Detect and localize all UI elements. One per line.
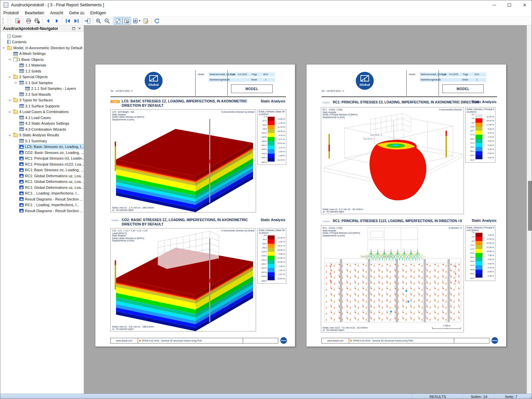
- toolbar-grip[interactable]: [2, 18, 4, 24]
- first-page-button[interactable]: [64, 17, 72, 25]
- tree-item[interactable]: 5 Static Analysis Results: [0, 132, 84, 138]
- tree-item[interactable]: Cover: [0, 33, 84, 39]
- legend-color-swatch: [475, 135, 482, 139]
- tree-item[interactable]: 1.1 Materials: [0, 63, 84, 68]
- dlubal-mini-logo: Dlubal: [491, 337, 498, 344]
- legend-color-swatch: [475, 127, 482, 131]
- tree-item[interactable]: 4.1 Load Cases: [0, 115, 84, 121]
- tree-item[interactable]: CO2: Basic Stresses σz, Loading, ...: [0, 150, 84, 156]
- graphic-item-icon: [19, 209, 24, 212]
- print-preview-button[interactable]: [5, 17, 13, 25]
- zoom-out-button[interactable]: [103, 17, 111, 25]
- tree-item[interactable]: 3.1 Surface Supports: [0, 103, 84, 109]
- graphic-info-text: LC5 - Self Weight - Soil Static Analysis…: [112, 111, 144, 121]
- legend-color-swatch: [475, 245, 482, 249]
- menu-einfuegen[interactable]: Einfügen: [87, 10, 109, 16]
- select-mode-button[interactable]: [122, 17, 131, 25]
- tree-item[interactable]: 3 Types for Surfaces: [0, 97, 84, 103]
- tree-item[interactable]: LC5: Basic Stresses σz, Loading, I...: [0, 144, 84, 150]
- previous-page-button[interactable]: [44, 17, 53, 25]
- tree-item-label: Model, In Axonometric Direction by Defau…: [13, 46, 82, 50]
- legend-color-swatch: [475, 118, 482, 122]
- tree-expand-chevron[interactable]: [8, 74, 13, 79]
- header-rule: [110, 96, 286, 97]
- tree-item[interactable]: Model, In Axonometric Direction by Defau…: [0, 45, 84, 51]
- window-title: Ausdruckprotokoll - [ 3 - Final Report S…: [11, 3, 104, 7]
- legend-color-swatch: [475, 249, 482, 253]
- delete-report-button[interactable]: [13, 17, 22, 25]
- tree-chevron-spacer: [14, 191, 19, 196]
- tree-item[interactable]: RC1: Global Deformations uz, Loa...: [0, 185, 84, 191]
- sheet-label: Sheet: [462, 78, 468, 81]
- tree-expand-chevron[interactable]: [8, 109, 13, 114]
- tree-item[interactable]: Result Diagrams - Result Section ...: [0, 208, 84, 214]
- tree-item[interactable]: RC1: , Loading, Imperfections, I...: [0, 202, 84, 208]
- last-page-button[interactable]: [72, 17, 81, 25]
- tree-item[interactable]: RC1: Basic Stresses σz, Loading, ...: [0, 167, 84, 173]
- menu-protokoll[interactable]: Protokoll: [0, 10, 22, 16]
- tree-item-label: 1 Basic Objects: [18, 58, 44, 62]
- principal-stress-bulb-view: Section 1 Section 2: [321, 107, 464, 214]
- tree-item[interactable]: RC1: Principal Stresses σ123, Loa...: [0, 161, 84, 167]
- tree-item-label: 4.2 Static Analysis Settings: [25, 121, 69, 125]
- menu-gehe-zu[interactable]: Gehe zu: [66, 10, 87, 16]
- navigator-float-button[interactable]: [70, 26, 76, 31]
- tree-expand-chevron[interactable]: [2, 45, 7, 50]
- graphic-badge: Graphic: [110, 100, 120, 103]
- tree-expand-chevron[interactable]: [8, 57, 13, 62]
- tree-item[interactable]: Result Diagrams - Result Section ...: [0, 196, 84, 202]
- view-options-dropdown[interactable]: ▼: [138, 19, 141, 22]
- status-total-pages: Seiten: 14: [463, 394, 495, 399]
- tree-item[interactable]: 4.3 Combination Wizards: [0, 126, 84, 132]
- navigator-header: Ausdruckprotokoll-Navigator ✕: [0, 25, 84, 32]
- tree-item[interactable]: 2.1 Soil Samples: [0, 80, 84, 86]
- tree-item[interactable]: 1.2 Solids: [0, 68, 84, 74]
- tree-item[interactable]: RC1: Global Deformations uz, Loa...: [0, 173, 84, 179]
- minimize-button[interactable]: [486, 0, 502, 10]
- folder-icon: [13, 110, 18, 114]
- tree-item[interactable]: 2.1.1 Soil Samples - Layers: [0, 86, 84, 92]
- edit-header-button[interactable]: [142, 17, 150, 25]
- tree-item[interactable]: 4.2 Static Analysis Settings: [0, 121, 84, 127]
- tree-item[interactable]: RC1: , Loading, Imperfections, I...: [0, 191, 84, 197]
- close-button[interactable]: ✕: [517, 0, 532, 10]
- tree-item[interactable]: RC1: Global Deformations uz, Loa...: [0, 179, 84, 185]
- tree-item-label: Result Diagrams - Result Section ...: [25, 209, 83, 213]
- tree-item[interactable]: 2.2 Soil Massifs: [0, 91, 84, 97]
- soil-stress-3d-view: [111, 110, 256, 212]
- footer-url: www.dlubal.com: [322, 338, 349, 343]
- maximize-button[interactable]: [502, 0, 517, 10]
- next-page-button[interactable]: [53, 17, 61, 25]
- goto-page-button[interactable]: [83, 17, 92, 25]
- tree-item[interactable]: Contents: [0, 39, 84, 45]
- refresh-icon: [154, 18, 160, 24]
- stress-vector-section-view: Section 1 Section 2: [321, 226, 464, 332]
- menu-bearbeiten[interactable]: Bearbeiten: [22, 10, 47, 16]
- print-settings-button[interactable]: [33, 17, 42, 25]
- tree-expand-chevron[interactable]: [8, 133, 13, 138]
- vertical-scrollbar[interactable]: [527, 25, 532, 394]
- tree-item[interactable]: 4 Load Cases & Combinations: [0, 109, 84, 115]
- scrollbar-thumb[interactable]: [528, 181, 532, 231]
- tree-chevron-spacer: [2, 40, 7, 45]
- tree-chevron-spacer: [14, 138, 19, 143]
- scale-bar: 7.199 m: [432, 325, 461, 329]
- legend-color-swatch: [475, 114, 482, 118]
- tree-item[interactable]: 5.1 Summary: [0, 138, 84, 144]
- tree-expand-chevron[interactable]: [14, 80, 19, 85]
- resize-grip[interactable]: [527, 394, 532, 399]
- menu-ansicht[interactable]: Ansicht: [47, 10, 66, 16]
- statusbar: RESULTS Seiten: 14 Seite: 7: [0, 394, 532, 399]
- navigator-close-button[interactable]: ✕: [76, 26, 82, 31]
- fit-page-button[interactable]: [114, 17, 122, 25]
- tree-item-label: 2.2 Soil Massifs: [25, 92, 51, 96]
- dlubal-mini-logo: Dlubal: [280, 337, 287, 344]
- tree-item[interactable]: 1 Basic Objects: [0, 57, 84, 63]
- tree-expand-chevron[interactable]: [8, 98, 13, 103]
- tree-item[interactable]: RC1: Principal Stresses σ3, Loadin...: [0, 156, 84, 162]
- refresh-button[interactable]: [153, 17, 161, 25]
- tree-item[interactable]: 2 Special Objects: [0, 74, 84, 80]
- print-button[interactable]: [24, 17, 33, 25]
- tree-item[interactable]: A Mesh Settings: [0, 51, 84, 57]
- zoom-in-button[interactable]: [94, 17, 103, 25]
